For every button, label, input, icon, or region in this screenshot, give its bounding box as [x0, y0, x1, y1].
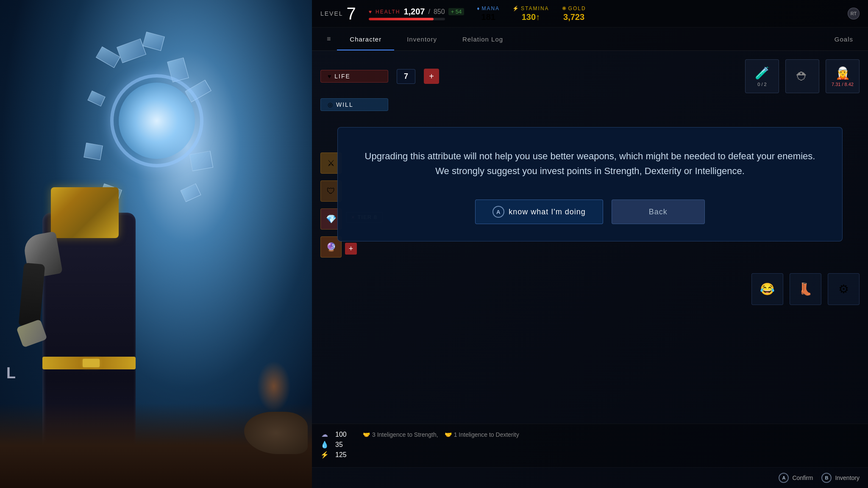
mana-stat: ♦ MANA 181: [477, 6, 500, 22]
will-attr-row: ◎ WILL: [320, 98, 860, 111]
portal-inner: [119, 83, 195, 159]
confirm-item: A Confirm: [779, 473, 813, 483]
gold-value: 3,723: [563, 12, 584, 22]
level-number: 7: [347, 5, 356, 22]
life-value: 7: [397, 69, 415, 84]
cave-rocks: [0, 391, 312, 454]
back-button[interactable]: Back: [612, 200, 705, 224]
helmet-icon: ⛑: [796, 69, 808, 83]
back-label: Back: [649, 208, 668, 216]
health-container: ♥ HEALTH 1,207 / 850 + 54: [369, 7, 464, 20]
water-icon: 💧: [320, 441, 329, 449]
life-name: LIFE: [334, 73, 351, 80]
cave-ambient-light: [257, 361, 291, 412]
tab-character[interactable]: Character: [337, 28, 394, 50]
bottom-stats: ☁ 100 🤝 3 Inteligence to Strength, 🤝 1 I…: [312, 424, 868, 467]
bonus-item-2: 🤝 1 Inteligence to Dexterity: [445, 431, 519, 438]
life-attr-row: ♥ LIFE 7 + 🧪 0 / 2 ⛑ 🧝 7.31 / 8.42: [320, 59, 860, 93]
nav-menu-icon[interactable]: ≡: [320, 28, 337, 50]
health-current: 1,207: [403, 7, 425, 17]
equip-slot-helmet[interactable]: ⛑: [785, 59, 819, 93]
bonus-text-1: 3 Inteligence to Strength,: [372, 431, 438, 438]
health-bar-fill: [369, 18, 434, 20]
gold-stat: ❋ GOLD 3,723: [562, 6, 586, 22]
life-icon: ♥: [328, 73, 331, 80]
stat-row-1: ☁ 100 🤝 3 Inteligence to Strength, 🤝 1 I…: [320, 430, 860, 438]
rock: [244, 412, 308, 454]
stamina-icon: ⚡: [512, 6, 519, 11]
equip-slot-character[interactable]: 🧝 7.31 / 8.42: [826, 59, 860, 93]
bonus-text-2: 1 Inteligence to Dexterity: [454, 431, 519, 438]
gold-label-text: GOLD: [568, 6, 586, 11]
stamina-label-text: STAMINA: [521, 6, 549, 11]
life-badge: ♥ LIFE: [320, 70, 388, 83]
mana-value: 181: [481, 12, 495, 22]
character-icon: 🧝: [835, 66, 850, 80]
gold-icon: ❋: [562, 6, 567, 11]
char-head: [51, 187, 119, 238]
dialog-buttons: A know what I'm doing Back: [363, 200, 817, 224]
ui-panel: LEVEL 7 ♥ HEALTH 1,207 / 850 + 54 ♦ MANA…: [312, 0, 868, 488]
item-slot-1[interactable]: 😂: [751, 273, 783, 305]
health-label-text: HEALTH: [376, 9, 400, 15]
menu-icon-symbol: ≡: [327, 35, 331, 42]
health-values: ♥ HEALTH 1,207 / 850 + 54: [369, 7, 464, 17]
tab-character-label: Character: [350, 36, 381, 43]
health-regen: + 54: [448, 8, 465, 15]
game-view: L: [0, 0, 312, 488]
potion-icon: 🧪: [755, 66, 770, 80]
confirm-label: know what I'm doing: [509, 208, 586, 216]
health-icon: ♥: [369, 9, 372, 15]
stat-val-1: 100: [335, 431, 356, 438]
will-badge: ◎ WILL: [320, 98, 388, 111]
dialog-overlay: Upgrading this attribute will not help y…: [337, 127, 843, 241]
a-button-icon: A: [492, 206, 504, 218]
tab-inventory-label: Inventory: [407, 36, 437, 43]
potion-count: 0 / 2: [757, 82, 766, 87]
equip-slot-potion[interactable]: 🧪 0 / 2: [745, 59, 779, 93]
confirm-bar: A Confirm B Inventory: [312, 467, 868, 488]
tab-goals-label: Goals: [835, 36, 853, 43]
item-slot-2[interactable]: 👢: [790, 273, 821, 305]
nav-tabs: ≡ Character Inventory Relation log Goals: [312, 28, 868, 51]
stat-val-2: 35: [335, 441, 356, 449]
cloud-icon: ☁: [320, 430, 329, 438]
stat-val-3: 125: [335, 451, 356, 459]
level-label: LEVEL: [320, 10, 343, 17]
tab-inventory[interactable]: Inventory: [394, 28, 450, 50]
stamina-value: 130↑: [522, 12, 540, 22]
bonus-item-1: 🤝 3 Inteligence to Strength,: [363, 431, 438, 438]
stat-bonuses-1: 🤝 3 Inteligence to Strength, 🤝 1 Intelig…: [363, 431, 519, 438]
belt-buckle: [83, 359, 100, 367]
tab-relation-log-label: Relation log: [462, 36, 503, 43]
health-max: 850: [434, 8, 445, 16]
tab-goals[interactable]: Goals: [828, 28, 860, 50]
char-arm: [19, 263, 45, 328]
tab-relation-log[interactable]: Relation log: [450, 28, 516, 50]
confirm-a-circle: A: [779, 473, 789, 483]
health-bar-track: [369, 18, 445, 20]
bonus-icon-1: 🤝: [363, 431, 370, 438]
confirm-button[interactable]: A know what I'm doing: [475, 200, 603, 224]
content-area: ♥ LIFE 7 + 🧪 0 / 2 ⛑ 🧝 7.31 / 8.42: [312, 51, 868, 424]
inventory-b-label: B: [825, 475, 828, 480]
inventory-item: B Inventory: [821, 473, 860, 483]
rt-button[interactable]: RT: [848, 8, 860, 19]
stat-row-3: ⚡ 125: [320, 451, 860, 459]
cave-letter: L: [6, 364, 16, 382]
level-display: LEVEL 7: [320, 5, 356, 22]
rt-label: RT: [851, 11, 857, 16]
life-plus-button[interactable]: +: [424, 69, 439, 84]
stat-row-2: 💧 35: [320, 441, 860, 449]
bonus-icon-2: 🤝: [445, 431, 452, 438]
confirm-a-label: A: [782, 475, 785, 480]
attr-increment-btn[interactable]: +: [345, 243, 357, 255]
inventory-text: Inventory: [835, 474, 860, 481]
item-slot-3[interactable]: ⚙: [828, 273, 860, 305]
confirm-text: Confirm: [792, 474, 813, 481]
hud-bar: LEVEL 7 ♥ HEALTH 1,207 / 850 + 54 ♦ MANA…: [312, 0, 868, 28]
inventory-circle: B: [821, 473, 832, 483]
mana-icon: ♦: [477, 6, 480, 11]
dialog-message: Upgrading this attribute will not help y…: [363, 149, 817, 178]
mana-label-text: MANA: [481, 6, 500, 11]
